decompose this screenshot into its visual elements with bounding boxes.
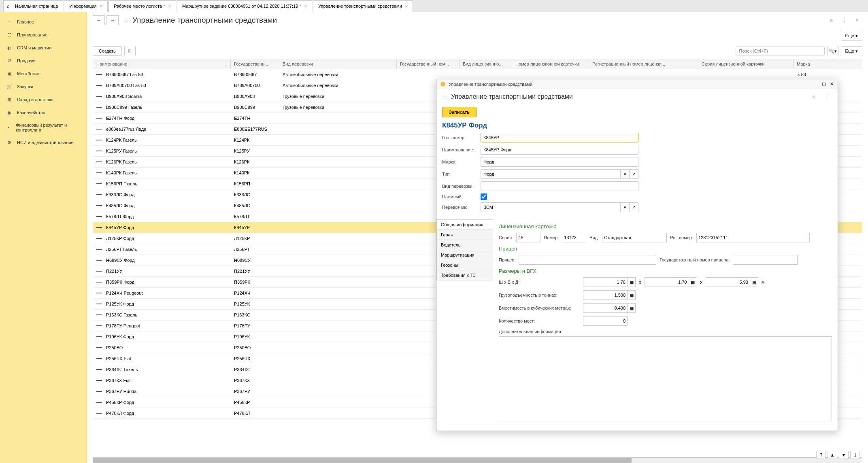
- maximize-icon[interactable]: ▢: [822, 81, 826, 87]
- th-gosnom[interactable]: Государственный ном...: [397, 59, 460, 69]
- close-icon[interactable]: ×: [304, 4, 307, 8]
- link-icon[interactable]: ⎋: [808, 92, 819, 101]
- textarea-dop[interactable]: [499, 336, 832, 421]
- input-h[interactable]: [645, 277, 689, 287]
- cell-name: Р124ХЧ Peugeout: [106, 291, 143, 295]
- scroll-down-button[interactable]: ▼: [839, 451, 849, 459]
- close-icon[interactable]: ×: [405, 4, 408, 8]
- nav-back-button[interactable]: ←: [93, 15, 105, 25]
- horizontal-scrollbar[interactable]: [93, 457, 862, 463]
- table-row[interactable]: В78900667 Газ-53В78900667Автомобильные п…: [93, 69, 862, 80]
- search-button[interactable]: 🔍▾: [827, 46, 838, 56]
- th-gos[interactable]: Государственн...: [231, 59, 279, 69]
- sidebar-item[interactable]: ⊞Склад и доставка: [0, 93, 87, 106]
- row-icon: [96, 172, 102, 173]
- nav-forward-button[interactable]: →: [106, 15, 119, 25]
- open-button[interactable]: ↗: [630, 169, 638, 179]
- scroll-top-button[interactable]: ⤒: [816, 451, 826, 459]
- star-icon[interactable]: ☆: [442, 93, 448, 101]
- stepper-button[interactable]: ▦: [628, 303, 636, 313]
- stepper-button[interactable]: ▦: [628, 290, 636, 300]
- stepper-button[interactable]: ▦: [628, 277, 636, 287]
- scroll-thumb[interactable]: [93, 458, 632, 463]
- save-button[interactable]: Записать: [442, 107, 477, 117]
- close-icon[interactable]: ×: [100, 4, 102, 8]
- cell-vid: [279, 335, 397, 339]
- star-icon[interactable]: ☆: [123, 17, 129, 24]
- th-ser[interactable]: Серия лицензионной карточки: [698, 59, 794, 69]
- input-seria[interactable]: [516, 233, 540, 242]
- th-marka[interactable]: Марка: [794, 59, 834, 69]
- sidebar-item[interactable]: ◉Казначейство: [0, 106, 87, 119]
- sidebar-item[interactable]: ▪Финансовый результат и контроллинг: [0, 119, 87, 136]
- th-vidlic[interactable]: Вид лицензионно...: [460, 59, 512, 69]
- th-nomlic[interactable]: Номер лицензионной карточки: [512, 59, 589, 69]
- input-mest[interactable]: [583, 316, 628, 326]
- input-marka[interactable]: [481, 157, 638, 167]
- input-gruz[interactable]: [583, 290, 628, 300]
- close-icon[interactable]: ✕: [830, 81, 834, 87]
- input-nomer[interactable]: [562, 233, 586, 242]
- scroll-up-button[interactable]: ▲: [828, 451, 837, 459]
- tab-route[interactable]: Маршрутное задание 000004951 от 04.12.20…: [177, 0, 312, 12]
- row-icon: [96, 304, 102, 304]
- sidebar-item[interactable]: ⚙НСИ и администрирование: [0, 136, 87, 149]
- sidebar-item[interactable]: ◐CRM и маркетинг: [0, 41, 87, 54]
- th-reglic[interactable]: Регистрационный номер лицензи...: [589, 59, 698, 69]
- input-gosnomer[interactable]: [481, 133, 638, 142]
- input-reg[interactable]: [696, 233, 810, 242]
- more-button-top[interactable]: Еще ▾: [841, 31, 862, 41]
- input-d[interactable]: [706, 277, 750, 287]
- th-name[interactable]: Наименование↓: [93, 59, 231, 69]
- sidebar-item[interactable]: ☷Планирование: [0, 28, 87, 41]
- search-input[interactable]: [736, 47, 825, 55]
- form-tab[interactable]: Общая информация: [436, 219, 493, 230]
- more-button[interactable]: Еще ▾: [841, 46, 862, 56]
- link-icon[interactable]: ⎋: [826, 16, 836, 25]
- create-button[interactable]: Создать: [93, 46, 122, 56]
- label-vid: Вид:: [589, 235, 599, 240]
- input-vidper[interactable]: [481, 181, 638, 191]
- menu-icon[interactable]: ⋮: [821, 92, 832, 101]
- checkbox-naem[interactable]: [481, 193, 487, 200]
- form-titlebar-text: Управление транспортными средствами: [449, 82, 822, 87]
- input-perev[interactable]: [481, 202, 621, 212]
- tab-vehicles[interactable]: Управление транспортными средствами×: [313, 0, 413, 12]
- cell-gos: Р367КХ: [231, 376, 279, 385]
- form-tab[interactable]: Геозоны: [436, 260, 493, 270]
- th-vid[interactable]: Вид перевозки: [279, 59, 397, 69]
- form-tab[interactable]: Гараж: [436, 229, 493, 240]
- sidebar-item[interactable]: 🛒Закупки: [0, 80, 87, 93]
- cell-vid: [279, 269, 397, 273]
- tab-info[interactable]: Информация×: [64, 0, 108, 12]
- input-naim[interactable]: [481, 145, 638, 155]
- cell-gos: К140РК: [231, 168, 279, 177]
- x-label: х: [639, 280, 641, 285]
- cell-vid: [279, 357, 397, 361]
- dropdown-button[interactable]: ▾: [621, 169, 630, 179]
- input-trailer-gos[interactable]: [733, 255, 798, 265]
- sidebar-item[interactable]: ▣МегаЛогист: [0, 67, 87, 80]
- form-tab[interactable]: Требования к ТС: [436, 270, 493, 280]
- input-pricep[interactable]: [519, 255, 656, 265]
- form-tab[interactable]: Маршрутизация: [436, 250, 493, 260]
- scroll-bottom-button[interactable]: ⤓: [850, 451, 860, 459]
- stepper-button[interactable]: ▦: [750, 277, 758, 287]
- tab-logist[interactable]: Рабочее место логиста *×: [108, 0, 176, 12]
- tab-home[interactable]: ⌂ Начальная страница: [3, 0, 63, 12]
- form-tab[interactable]: Водитель: [436, 240, 493, 250]
- menu-icon[interactable]: ⋮: [839, 16, 849, 25]
- close-icon[interactable]: ×: [168, 4, 170, 8]
- input-vid[interactable]: [602, 233, 667, 242]
- input-tip[interactable]: [481, 169, 621, 179]
- dropdown-button[interactable]: ▾: [621, 202, 630, 212]
- close-icon[interactable]: ×: [852, 16, 862, 25]
- sidebar-item[interactable]: ≡Главное: [0, 15, 87, 28]
- input-w[interactable]: [583, 277, 628, 287]
- sidebar-item[interactable]: ₽Продажи: [0, 54, 87, 67]
- open-button[interactable]: ↗: [630, 202, 638, 212]
- stepper-button[interactable]: ▦: [689, 277, 697, 287]
- copy-button[interactable]: ⎘: [124, 46, 136, 56]
- cell-gos: Р163КС: [231, 310, 279, 319]
- input-vmest[interactable]: [583, 303, 628, 313]
